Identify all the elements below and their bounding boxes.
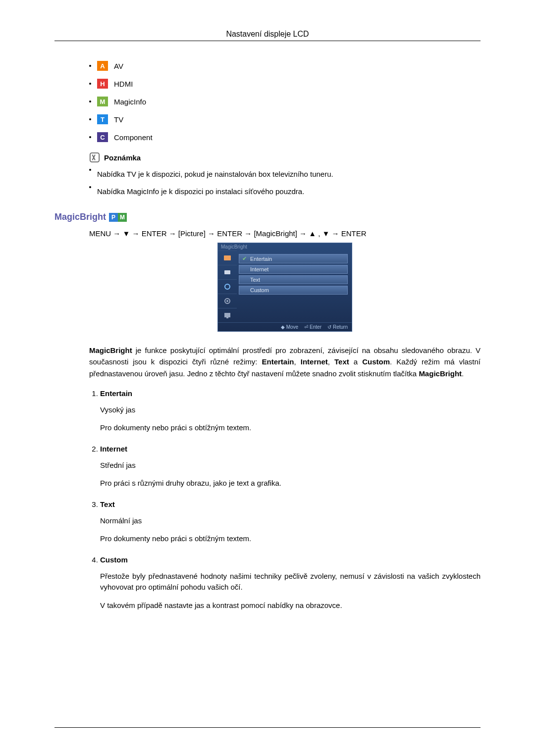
osd-hint-enter: ⏎ Enter bbox=[304, 324, 321, 330]
magicinfo-icon: M bbox=[97, 97, 108, 106]
osd-item-internet: Internet bbox=[239, 265, 348, 274]
note-list: Nabídka TV je k dispozici, pokud je nain… bbox=[89, 169, 481, 197]
note-item: Nabídka MagicInfo je k dispozici po inst… bbox=[89, 186, 481, 198]
osd-tab-input-icon bbox=[218, 265, 237, 279]
header-divider bbox=[54, 41, 481, 41]
osd-item-custom: Custom bbox=[239, 286, 348, 295]
hdmi-icon: H bbox=[97, 79, 108, 89]
tv-icon: T bbox=[97, 114, 108, 124]
term-custom: Custom bbox=[362, 357, 390, 366]
source-item-magicinfo: M MagicInfo bbox=[89, 97, 481, 106]
component-icon: C bbox=[97, 132, 108, 142]
section-title-magicbright: MagicBright P M bbox=[54, 212, 481, 222]
note-text: Nabídka MagicInfo je k dispozici po inst… bbox=[97, 186, 304, 198]
bullet-dot bbox=[89, 101, 91, 102]
av-icon: A bbox=[97, 61, 108, 71]
note-icon bbox=[89, 152, 100, 163]
osd-screenshot: MagicBright ✔Entertain Internet Text Cus… bbox=[217, 243, 352, 332]
osd-hint-label: Move bbox=[286, 324, 298, 330]
mode-line: Vysoký jas bbox=[100, 404, 481, 416]
mode-item-custom: Custom Přestože byly přednastavené hodno… bbox=[100, 555, 481, 611]
mode-item-entertain: Entertain Vysoký jas Pro dokumenty nebo … bbox=[100, 389, 481, 434]
svg-point-5 bbox=[226, 300, 228, 302]
page-header: Nastavení displeje LCD bbox=[54, 30, 481, 39]
svg-rect-6 bbox=[224, 313, 230, 317]
pm-badge: P M bbox=[109, 213, 127, 222]
desc-text: a bbox=[349, 357, 362, 366]
osd-item-label: Internet bbox=[250, 266, 268, 272]
menu-path: MENU → ▼ → ENTER → [Picture] → ENTER → [… bbox=[89, 229, 481, 238]
source-list: A AV H HDMI M MagicInfo T TV C Compo bbox=[89, 61, 481, 142]
svg-rect-2 bbox=[224, 270, 230, 274]
m-icon: M bbox=[118, 213, 127, 222]
term-entertain: Entertain bbox=[262, 357, 294, 366]
note-heading: Poznámka bbox=[89, 152, 481, 163]
mode-item-text: Text Normální jas Pro dokumenty nebo prá… bbox=[100, 500, 481, 545]
desc-text: , bbox=[294, 357, 301, 366]
osd-hint-move: ◆ Move bbox=[281, 324, 298, 330]
desc-text: . bbox=[462, 369, 464, 378]
osd-hint-label: Enter bbox=[310, 324, 321, 330]
osd-tabs bbox=[218, 251, 237, 322]
source-label: AV bbox=[114, 62, 123, 70]
source-item-tv: T TV bbox=[89, 114, 481, 124]
content-block: A AV H HDMI M MagicInfo T TV C Compo bbox=[89, 61, 481, 197]
svg-point-3 bbox=[225, 284, 230, 289]
mode-name: Custom bbox=[100, 555, 128, 564]
osd-body: ✔Entertain Internet Text Custom bbox=[218, 251, 352, 322]
source-item-av: A AV bbox=[89, 61, 481, 71]
mode-line: Pro dokumenty nebo práci s obtížným text… bbox=[100, 422, 481, 434]
osd-hint-return: ↺ Return bbox=[327, 324, 348, 330]
mode-line: Přestože byly přednastavené hodnoty naši… bbox=[100, 571, 481, 593]
osd-option-list: ✔Entertain Internet Text Custom bbox=[237, 251, 352, 322]
section-title-text: MagicBright bbox=[54, 212, 106, 222]
term-text: Text bbox=[334, 357, 349, 366]
p-icon: P bbox=[109, 213, 118, 222]
svg-rect-7 bbox=[226, 317, 228, 318]
mode-line: V takovém případě nastavte jas a kontras… bbox=[100, 600, 481, 611]
osd-item-text: Text bbox=[239, 275, 348, 284]
osd-item-label: Text bbox=[250, 277, 260, 283]
desc-text: , bbox=[328, 357, 334, 366]
description-paragraph: MagicBright je funkce poskytující optimá… bbox=[89, 345, 481, 379]
term-internet: Internet bbox=[301, 357, 328, 366]
mode-line: Pro práci s různými druhy obrazu, jako j… bbox=[100, 478, 481, 489]
osd-title: MagicBright bbox=[218, 243, 352, 251]
menu-path-text: MENU → ▼ → ENTER → [Picture] → ENTER → [… bbox=[89, 229, 367, 238]
section-content: MENU → ▼ → ENTER → [Picture] → ENTER → [… bbox=[89, 229, 481, 611]
note-item: Nabídka TV je k dispozici, pokud je nain… bbox=[89, 169, 481, 180]
bullet-dot bbox=[89, 136, 91, 138]
source-label: Component bbox=[114, 133, 153, 142]
source-item-hdmi: H HDMI bbox=[89, 79, 481, 89]
source-item-component: C Component bbox=[89, 132, 481, 142]
footer-divider bbox=[54, 727, 481, 728]
mode-item-internet: Internet Střední jas Pro práci s různými… bbox=[100, 445, 481, 489]
source-label: MagicInfo bbox=[114, 98, 146, 106]
osd-tab-circle-icon bbox=[218, 279, 237, 294]
page: Nastavení displeje LCD A AV H HDMI M Mag… bbox=[0, 0, 535, 756]
term-magicbright: MagicBright bbox=[89, 346, 132, 354]
osd-item-label: Custom bbox=[250, 287, 269, 293]
svg-rect-1 bbox=[224, 255, 231, 260]
osd-hint-label: Return bbox=[333, 324, 348, 330]
bullet-dot bbox=[89, 186, 91, 188]
mode-name: Internet bbox=[100, 445, 127, 453]
osd-item-entertain: ✔Entertain bbox=[239, 254, 348, 263]
osd-tab-picture-icon bbox=[218, 251, 237, 265]
mode-line: Střední jas bbox=[100, 460, 481, 471]
bullet-dot bbox=[89, 118, 91, 120]
check-icon: ✔ bbox=[242, 255, 247, 262]
term-magicbright: MagicBright bbox=[419, 369, 462, 378]
mode-name: Entertain bbox=[100, 389, 132, 398]
mode-line: Normální jas bbox=[100, 515, 481, 527]
osd-item-label: Entertain bbox=[250, 256, 272, 262]
svg-rect-0 bbox=[90, 153, 99, 162]
source-label: TV bbox=[114, 115, 123, 124]
osd-tab-screen-icon bbox=[218, 308, 237, 322]
osd-tab-gear-icon bbox=[218, 294, 237, 308]
note-text: Nabídka TV je k dispozici, pokud je nain… bbox=[97, 169, 333, 180]
source-label: HDMI bbox=[114, 80, 133, 88]
bullet-dot bbox=[89, 83, 91, 85]
note-title: Poznámka bbox=[104, 153, 141, 162]
bullet-dot bbox=[89, 65, 91, 67]
